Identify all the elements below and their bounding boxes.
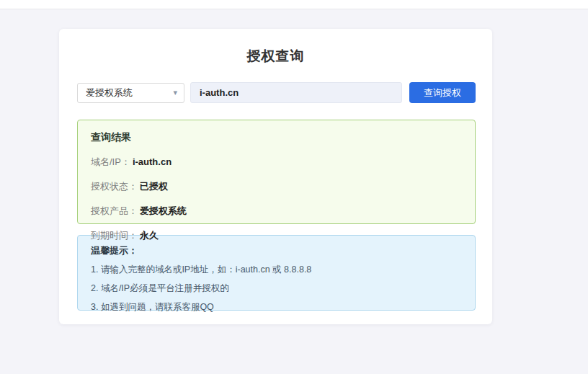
top-bar <box>0 0 588 9</box>
tip-item: 1. 请输入完整的域名或IP地址，如：i-auth.cn 或 8.8.8.8 <box>91 264 462 276</box>
result-value: 永久 <box>140 230 159 241</box>
auth-query-card: 授权查询 爱授权系统 ▾ 查询授权 查询结果 域名/IP：i-auth.cn 授… <box>59 29 492 324</box>
tip-item: 2. 域名/IP必须是平台注册并授权的 <box>91 282 462 295</box>
result-row-product: 授权产品：爱授权系统 <box>91 205 462 218</box>
result-value: 爱授权系统 <box>140 205 187 216</box>
query-auth-button[interactable]: 查询授权 <box>409 82 476 103</box>
result-label: 授权产品： <box>91 205 138 216</box>
tips-panel: 温馨提示： 1. 请输入完整的域名或IP地址，如：i-auth.cn 或 8.8… <box>77 235 476 311</box>
product-select[interactable]: 爱授权系统 ▾ <box>77 83 184 103</box>
tip-item: 3. 如遇到问题，请联系客服QQ <box>91 301 462 313</box>
query-result-panel: 查询结果 域名/IP：i-auth.cn 授权状态：已授权 授权产品：爱授权系统… <box>77 120 476 224</box>
page-title: 授权查询 <box>59 47 492 66</box>
chevron-down-icon: ▾ <box>173 89 177 97</box>
result-label: 域名/IP： <box>91 156 130 167</box>
result-value: 已授权 <box>140 181 168 192</box>
result-label: 到期时间： <box>91 230 138 241</box>
result-heading: 查询结果 <box>91 131 462 144</box>
query-bar: 爱授权系统 ▾ 查询授权 <box>77 82 476 103</box>
result-row-domain: 域名/IP：i-auth.cn <box>91 156 462 169</box>
product-select-value: 爱授权系统 <box>86 86 133 99</box>
result-value: i-auth.cn <box>133 156 172 167</box>
result-label: 授权状态： <box>91 181 138 192</box>
result-row-status: 授权状态：已授权 <box>91 180 462 193</box>
domain-input[interactable] <box>190 82 402 103</box>
tips-heading: 温馨提示： <box>91 244 462 257</box>
